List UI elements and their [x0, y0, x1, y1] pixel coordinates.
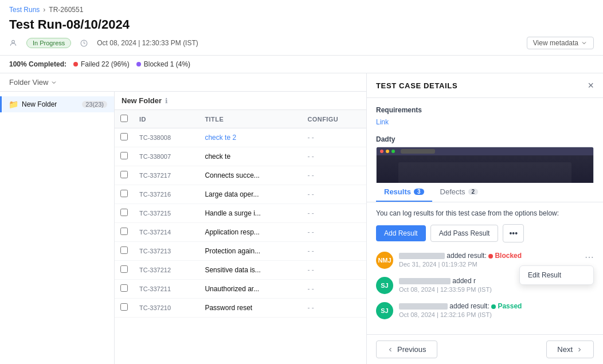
results-section: You can log results for this test case f… — [367, 202, 603, 334]
failed-stat: Failed 22 (96%) — [73, 60, 130, 68]
row-title-3: Large data oper... — [199, 185, 302, 204]
row-title-8: Unauthorized ar... — [199, 280, 302, 299]
more-options-button[interactable]: ••• — [503, 224, 524, 242]
result-status-3: Passed — [498, 302, 522, 310]
col-id: ID — [134, 110, 199, 128]
status-dot-3 — [491, 304, 496, 309]
row-config-0: - - — [302, 128, 366, 147]
row-title-text-9: Password reset — [205, 304, 296, 312]
action-buttons: Add Result Add Pass Result ••• — [376, 224, 594, 242]
tab-defects-badge: 2 — [468, 189, 479, 195]
table-row: TC-337213 Protection again... - - — [115, 242, 366, 261]
row-checkbox-6[interactable] — [120, 246, 128, 254]
user-redacted-2 — [399, 278, 451, 284]
table-row: TC-337214 Application resp... - - — [115, 223, 366, 242]
row-title-5: Application resp... — [199, 223, 302, 242]
row-title-9: Password reset — [199, 299, 302, 318]
row-checkbox-9[interactable] — [120, 303, 128, 311]
edit-result-item[interactable]: Edit Result — [520, 266, 593, 284]
meta-row: In Progress Oct 08, 2024 | 12:30:33 PM (… — [9, 37, 594, 55]
run-date: Oct 08, 2024 | 12:30:33 PM (IST) — [97, 39, 198, 47]
clock-icon — [80, 40, 88, 47]
previous-button[interactable]: Previous — [376, 340, 437, 358]
dadty-section: Dadty — [376, 135, 594, 183]
right-header: TEST CASE DETAILS × — [367, 73, 603, 98]
row-id-1: TC-338007 — [134, 147, 199, 166]
row-checkbox-3[interactable] — [120, 190, 128, 197]
folder-icon: 📁 — [9, 100, 18, 109]
right-body: Requirements Link Dadty — [367, 98, 603, 183]
avatar-3: SJ — [376, 302, 393, 319]
row-check-1 — [115, 147, 134, 166]
folder-view-button[interactable]: Folder View — [9, 78, 57, 87]
result-more-button-1[interactable]: ⋯ — [585, 252, 594, 263]
row-check-3 — [115, 185, 134, 204]
row-title-link-0[interactable]: check te 2 — [205, 134, 296, 142]
folder-name: New Folder — [22, 100, 79, 108]
row-checkbox-0[interactable] — [120, 133, 128, 140]
row-check-9 — [115, 299, 134, 318]
app-container: Test Runs › TR-260551 Test Run-08/10/202… — [0, 0, 603, 364]
table-row: TC-337211 Unauthorized ar... - - — [115, 280, 366, 299]
test-cases-table: ID TITLE CONFIGU TC-338008 check te 2 - … — [115, 110, 366, 318]
row-checkbox-2[interactable] — [120, 171, 128, 178]
info-icon[interactable]: ℹ — [165, 97, 168, 105]
result-entry-1: NMJ added result: Blocked Dec 31, 2024 |… — [376, 252, 594, 269]
table-body: TC-338008 check te 2 - - TC-338007 check… — [115, 128, 366, 318]
folder-item[interactable]: 📁 New Folder 23(23) — [0, 96, 114, 112]
row-check-8 — [115, 280, 134, 299]
user-redacted-3 — [399, 303, 448, 310]
row-checkbox-5[interactable] — [120, 228, 128, 235]
col-title: TITLE — [199, 110, 302, 128]
tab-results-label: Results — [384, 187, 411, 196]
folder-view-bar: Folder View — [0, 73, 366, 92]
table-panel: New Folder ℹ ID TITLE CONFIGU — [115, 92, 366, 364]
row-title-text-8: Unauthorized ar... — [205, 285, 296, 293]
next-button[interactable]: Next — [546, 340, 594, 358]
result-action-2: added r — [452, 277, 476, 285]
row-config-7: - - — [302, 261, 366, 280]
table-row: TC-337210 Password reset - - — [115, 299, 366, 318]
row-checkbox-4[interactable] — [120, 209, 128, 216]
row-checkbox-7[interactable] — [120, 265, 128, 273]
row-title-text-7: Sensitive data is... — [205, 266, 296, 274]
tab-results[interactable]: Results 3 — [376, 183, 432, 202]
breadcrumb-current: TR-260551 — [49, 6, 83, 14]
breadcrumb-parent[interactable]: Test Runs — [9, 6, 40, 14]
row-id-3: TC-337216 — [134, 185, 199, 204]
row-title-text-5: Application resp... — [205, 228, 296, 236]
col-config: CONFIGU — [302, 110, 366, 128]
screenshot-thumbnail — [376, 147, 594, 183]
screenshot-inner — [377, 147, 593, 183]
row-config-9: - - — [302, 299, 366, 318]
progress-label: 100% Completed: — [9, 60, 66, 68]
requirements-section: Requirements Link — [376, 106, 594, 126]
close-button[interactable]: × — [588, 80, 594, 91]
result-content-3: added result: Passed Oct 08, 2024 | 12:3… — [399, 302, 594, 319]
row-config-5: - - — [302, 223, 366, 242]
row-checkbox-8[interactable] — [120, 284, 128, 292]
add-pass-result-button[interactable]: Add Pass Result — [430, 225, 499, 242]
left-panel: Folder View 📁 New Folder 23(23) New F — [0, 73, 367, 364]
tab-defects[interactable]: Defects 2 — [432, 183, 487, 202]
tabs-row: Results 3 Defects 2 — [367, 183, 603, 202]
avatar-1: NMJ — [376, 252, 393, 269]
requirements-link[interactable]: Link — [376, 118, 389, 126]
main-content: Folder View 📁 New Folder 23(23) New F — [0, 73, 603, 364]
row-title-0: check te 2 — [199, 128, 302, 147]
table-row: TC-337216 Large data oper... - - — [115, 185, 366, 204]
svg-point-0 — [12, 40, 15, 43]
row-title-text-4: Handle a surge i... — [205, 209, 296, 217]
view-metadata-button[interactable]: View metadata — [527, 37, 594, 49]
table-row: TC-337217 Connects succe... - - — [115, 166, 366, 185]
failed-dot — [73, 62, 78, 66]
panel-title: TEST CASE DETAILS — [376, 81, 457, 90]
row-id-0: TC-338008 — [134, 128, 199, 147]
data-table: ID TITLE CONFIGU TC-338008 check te 2 - … — [115, 110, 366, 364]
add-result-button[interactable]: Add Result — [376, 225, 426, 241]
status-dot-1 — [488, 254, 493, 259]
row-checkbox-1[interactable] — [120, 152, 128, 159]
folder-table-split: 📁 New Folder 23(23) New Folder ℹ — [0, 92, 366, 364]
result-status-1: Blocked — [495, 252, 522, 260]
select-all-checkbox[interactable] — [120, 115, 128, 122]
